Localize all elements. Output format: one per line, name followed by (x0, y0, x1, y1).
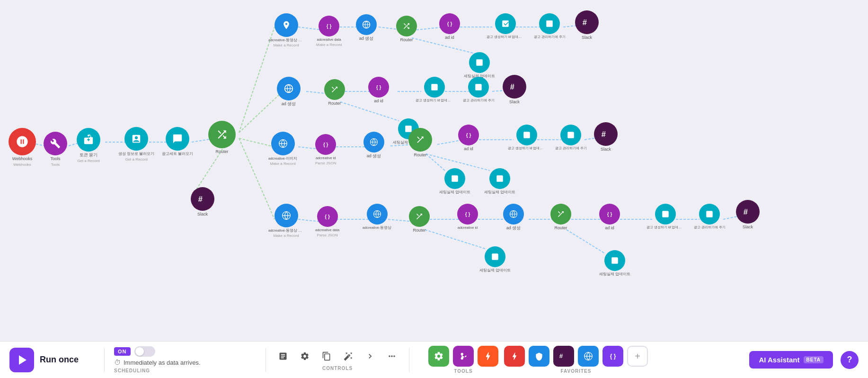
node-ad-gen1[interactable]: 광고 생성하기 id 업데이트 (487, 13, 524, 39)
tools-icon[interactable] (44, 132, 67, 155)
ad-manage1-icon[interactable] (539, 13, 560, 34)
ad-gen1-icon[interactable] (495, 13, 516, 34)
notes-ctrl-icon[interactable] (275, 349, 291, 364)
adcreative-data2-icon[interactable]: { } (317, 206, 338, 227)
node-ad-select3[interactable]: ad 생성 (363, 132, 384, 159)
node-ad-id1[interactable]: { } ad id (439, 13, 460, 40)
node-ad-select1[interactable]: ad 생성 (356, 14, 377, 41)
adcreative-top1-icon[interactable] (275, 13, 298, 37)
node-gen-info[interactable]: 생성 정보로 불러오기 Get a Record (118, 127, 154, 162)
flow-ctrl-icon[interactable] (363, 349, 378, 364)
ad-id4-icon[interactable]: { } (599, 204, 620, 225)
node-ad-id3[interactable]: { } ad id (458, 125, 479, 152)
node-ad-manage4[interactable]: 광고 관리하기에 주기 (694, 204, 726, 229)
node-adcreative-data2[interactable]: { } adcreative data Parse JSON (315, 206, 339, 237)
adcreative-id2-icon[interactable]: { } (457, 204, 478, 225)
node-settings3b[interactable]: 세팅실제 업데이트 (484, 168, 515, 194)
adcreative-vid3-icon[interactable] (367, 204, 388, 225)
ad-gen4-icon[interactable] (655, 204, 676, 225)
settings1-icon[interactable] (469, 52, 490, 73)
node-ad-gen2[interactable]: 광고 생성하기 id 업데이트 (416, 77, 453, 102)
token-icon[interactable] (77, 128, 100, 152)
router2-icon[interactable] (324, 79, 345, 100)
node-ad-id4[interactable]: { } ad id (599, 204, 620, 231)
node-settings1[interactable]: 세팅실제 업데이트 (464, 52, 495, 78)
node-ad-manage2[interactable]: 광고 관리하기에 주기 (463, 77, 495, 102)
node-token-get[interactable]: 토큰 묻기 Get a Record (77, 128, 100, 163)
node-settings4[interactable]: 세팅실제 업데이트 (479, 246, 511, 272)
tools-gear-button[interactable] (428, 346, 449, 367)
adcreative-data1-icon[interactable]: { } (319, 16, 339, 36)
node-ad-gen3[interactable]: 광고 생성하기 id 업데이트 (508, 125, 546, 150)
adcreative-id1-icon[interactable]: { } (315, 134, 336, 155)
ad-load-icon[interactable] (166, 127, 189, 151)
node-adcreative-id1[interactable]: { } adcreative id Parse JSON (315, 134, 336, 165)
copy-ctrl-icon[interactable] (319, 349, 334, 364)
fav-json-button[interactable]: { } (602, 346, 623, 367)
node-slack3[interactable]: # Slack (594, 122, 618, 152)
slack3-icon[interactable]: # (594, 122, 618, 146)
node-adcreative-vid2[interactable]: adcreative-동영상 채택할 Make a Record (268, 204, 304, 238)
more-ctrl-icon[interactable] (384, 349, 399, 364)
settings4-icon[interactable] (485, 246, 505, 267)
ad-manage2-icon[interactable] (468, 77, 489, 98)
node-ad-select4[interactable]: ad 생성 (503, 204, 524, 231)
node-settings3a[interactable]: 세팅실제 업데이트 (439, 168, 470, 194)
node-ad-load[interactable]: 광고세트 불러오기 (162, 127, 193, 156)
node-adcreative-data1[interactable]: { } adcreative data Make a Record (316, 16, 342, 47)
tools-webhook-button[interactable] (478, 346, 498, 367)
wand-ctrl-icon[interactable] (341, 349, 356, 364)
adcreative-vid2-icon[interactable] (275, 204, 298, 227)
node-slack1[interactable]: # Slack (575, 10, 599, 40)
ad-select1-icon[interactable] (356, 14, 377, 35)
node-settings5[interactable]: 세팅실제 업데이트 (599, 250, 630, 276)
ad-top2-icon[interactable] (277, 77, 301, 100)
scheduling-toggle[interactable] (134, 346, 155, 357)
settings5-icon[interactable] (604, 250, 625, 271)
settings-ctrl-icon[interactable] (297, 349, 312, 364)
ad-id1-icon[interactable]: { } (439, 13, 460, 34)
node-slack-error[interactable]: # Slack (191, 187, 214, 217)
ad-gen2-icon[interactable] (424, 77, 445, 98)
fav-box-button[interactable] (529, 346, 549, 367)
adcreative-img-icon[interactable] (271, 132, 295, 155)
ad-manage4-icon[interactable] (699, 204, 720, 225)
help-button[interactable]: ? (841, 351, 859, 369)
node-adcreative-vid3[interactable]: adcreative-동영상 (363, 204, 391, 230)
slack-error-icon[interactable]: # (191, 187, 214, 211)
settings3b-icon[interactable] (489, 168, 510, 189)
node-router2[interactable]: Router (324, 79, 345, 106)
router5-icon[interactable] (550, 204, 571, 225)
gen-info-icon[interactable] (124, 127, 148, 151)
node-router3[interactable]: Router (408, 128, 432, 158)
node-router5[interactable]: Router (550, 204, 571, 231)
node-ad-gen4[interactable]: 광고 생성하기 id 업데이트 (647, 204, 684, 229)
node-tools[interactable]: Tools Tools (44, 132, 67, 167)
ad-select3-icon[interactable] (363, 132, 384, 153)
ad-select4-icon[interactable] (503, 204, 524, 225)
node-router1[interactable]: Router (396, 16, 417, 43)
ad-id2-icon[interactable]: { } (368, 77, 389, 98)
node-webhooks[interactable]: Webhooks Webhooks (9, 128, 36, 167)
ad-manage3-icon[interactable] (560, 125, 581, 145)
fav-globe-button[interactable] (578, 346, 599, 367)
node-slack2[interactable]: # Slack (503, 75, 526, 105)
node-ad-manage3[interactable]: 광고 관리하기에 주기 (555, 125, 587, 150)
slack1-icon[interactable]: # (575, 10, 599, 34)
router3-icon[interactable] (408, 128, 432, 152)
node-adcreative-top1[interactable]: adcreative-동영상 채택할 Make a Record (268, 13, 304, 47)
settings3a-icon[interactable] (444, 168, 465, 189)
node-ad-top2[interactable]: ad 생성 (277, 77, 301, 107)
node-router4[interactable]: Router (409, 206, 430, 233)
router1-icon[interactable] (396, 16, 417, 36)
node-adcreative-id2[interactable]: { } adcreative id (457, 204, 478, 230)
fav-add-button[interactable]: + (627, 346, 648, 367)
node-adcreative-img[interactable]: adcreative-이미지 Make a Record (268, 132, 297, 166)
ad-gen3-icon[interactable] (516, 125, 537, 145)
ad-id3-icon[interactable]: { } (458, 125, 479, 145)
node-slack4[interactable]: # Slack (736, 200, 760, 230)
node-router-main[interactable]: Router (208, 121, 236, 154)
fav-slack-button[interactable]: # (553, 346, 574, 367)
run-once-button[interactable] (9, 348, 34, 372)
router-main-icon[interactable] (208, 121, 236, 148)
